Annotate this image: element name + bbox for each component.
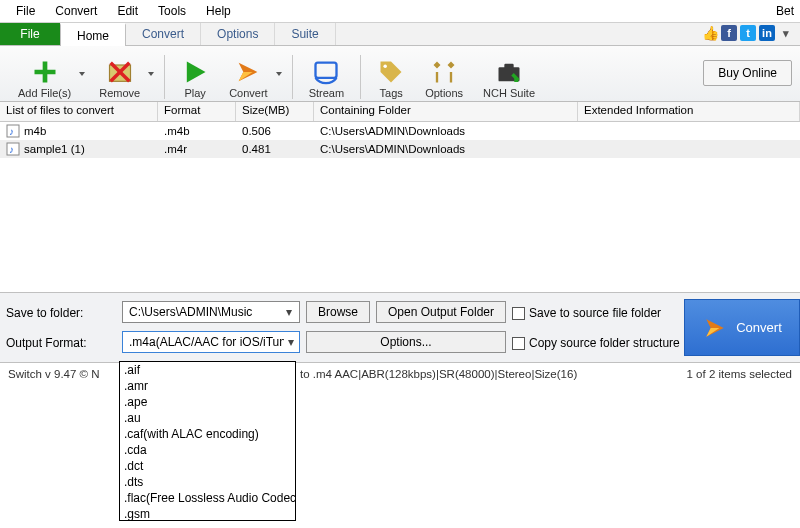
menubar: File Convert Edit Tools Help Bet bbox=[0, 0, 800, 22]
stream-icon bbox=[312, 58, 340, 86]
options-button[interactable]: Options bbox=[415, 58, 473, 99]
tag-icon bbox=[377, 58, 405, 86]
format-option[interactable]: .cda bbox=[120, 442, 295, 458]
format-option[interactable]: .gsm bbox=[120, 506, 295, 521]
remove-icon bbox=[106, 58, 134, 86]
briefcase-icon bbox=[495, 58, 523, 86]
menu-file[interactable]: File bbox=[6, 2, 45, 20]
convert-main-button[interactable]: Convert bbox=[684, 299, 800, 356]
play-button[interactable]: Play bbox=[171, 58, 219, 99]
linkedin-icon[interactable]: in bbox=[759, 25, 775, 41]
tabstrip: File Home Convert Options Suite 👍 f t in… bbox=[0, 22, 800, 46]
menu-tools[interactable]: Tools bbox=[148, 2, 196, 20]
format-option[interactable]: .aif bbox=[120, 362, 295, 378]
format-option[interactable]: .caf(with ALAC encoding) bbox=[120, 426, 295, 442]
output-format-dropdown[interactable]: .aif.amr.ape.au.caf(with ALAC encoding).… bbox=[119, 361, 296, 521]
plus-icon bbox=[31, 58, 59, 86]
status-selection: 1 of 2 items selected bbox=[687, 368, 792, 380]
format-option[interactable]: .ape bbox=[120, 394, 295, 410]
svg-point-4 bbox=[384, 64, 388, 68]
toolbar: Add File(s) Remove Play Convert Stream T… bbox=[0, 46, 800, 102]
save-folder-combo[interactable]: C:\Users\ADMIN\Music▾ bbox=[122, 301, 300, 323]
tab-options[interactable]: Options bbox=[201, 23, 275, 45]
col-name[interactable]: List of files to convert bbox=[0, 102, 158, 121]
tab-convert[interactable]: Convert bbox=[126, 23, 201, 45]
twitter-icon[interactable]: t bbox=[740, 25, 756, 41]
browse-button[interactable]: Browse bbox=[306, 301, 370, 323]
checkbox-icon bbox=[512, 307, 525, 320]
svg-rect-5 bbox=[436, 72, 438, 83]
chevron-down-icon[interactable]: ▾ bbox=[778, 25, 794, 41]
svg-rect-3 bbox=[316, 63, 337, 78]
table-row[interactable]: ♪ m4b .m4b 0.506 C:\Users\ADMIN\Download… bbox=[0, 122, 800, 140]
convert-icon bbox=[702, 315, 728, 341]
nch-suite-button[interactable]: NCH Suite bbox=[473, 58, 545, 99]
format-option[interactable]: .amr bbox=[120, 378, 295, 394]
chevron-down-icon: ▾ bbox=[281, 305, 297, 319]
tab-suite[interactable]: Suite bbox=[275, 23, 335, 45]
chevron-down-icon: ▾ bbox=[284, 335, 297, 349]
add-files-button[interactable]: Add File(s) bbox=[8, 58, 89, 99]
svg-rect-6 bbox=[450, 72, 452, 83]
file-table[interactable]: ♪ m4b .m4b 0.506 C:\Users\ADMIN\Download… bbox=[0, 122, 800, 292]
menu-edit[interactable]: Edit bbox=[107, 2, 148, 20]
stream-button[interactable]: Stream bbox=[299, 58, 354, 99]
bottom-panel: Save to folder: C:\Users\ADMIN\Music▾ Br… bbox=[0, 292, 800, 362]
open-output-folder-button[interactable]: Open Output Folder bbox=[376, 301, 506, 323]
save-to-folder-label: Save to folder: bbox=[6, 301, 116, 325]
menu-convert[interactable]: Convert bbox=[45, 2, 107, 20]
convert-button[interactable]: Convert bbox=[219, 58, 286, 99]
tab-home[interactable]: Home bbox=[60, 23, 126, 46]
output-format-combo[interactable]: .m4a(ALAC/AAC for iOS/iTunes/DSI)▾ bbox=[122, 331, 300, 353]
play-icon bbox=[181, 58, 209, 86]
menu-bet: Bet bbox=[766, 2, 794, 20]
audio-file-icon: ♪ bbox=[6, 124, 20, 138]
format-option[interactable]: .dts bbox=[120, 474, 295, 490]
col-format[interactable]: Format bbox=[158, 102, 236, 121]
file-tab-button[interactable]: File bbox=[0, 23, 60, 45]
format-options-button[interactable]: Options... bbox=[306, 331, 506, 353]
format-option[interactable]: .flac(Free Lossless Audio Codec) bbox=[120, 490, 295, 506]
convert-icon bbox=[234, 58, 262, 86]
social-icons: 👍 f t in ▾ bbox=[702, 25, 794, 41]
options-icon bbox=[430, 58, 458, 86]
remove-button[interactable]: Remove bbox=[89, 58, 158, 99]
col-extended[interactable]: Extended Information bbox=[578, 102, 800, 121]
checkbox-icon bbox=[512, 337, 525, 350]
audio-file-icon: ♪ bbox=[6, 142, 20, 156]
svg-text:♪: ♪ bbox=[9, 144, 14, 155]
status-version: Switch v 9.47 © N bbox=[8, 368, 100, 380]
col-size[interactable]: Size(MB) bbox=[236, 102, 314, 121]
copy-structure-checkbox[interactable]: Copy source folder structure bbox=[512, 331, 682, 355]
format-option[interactable]: .au bbox=[120, 410, 295, 426]
menu-help[interactable]: Help bbox=[196, 2, 241, 20]
col-folder[interactable]: Containing Folder bbox=[314, 102, 578, 121]
svg-rect-8 bbox=[504, 64, 513, 69]
output-format-label: Output Format: bbox=[6, 331, 116, 355]
svg-text:♪: ♪ bbox=[9, 126, 14, 137]
status-format-info: to .m4 AAC|ABR(128kbps)|SR(48000)|Stereo… bbox=[300, 368, 577, 380]
tags-button[interactable]: Tags bbox=[367, 58, 415, 99]
facebook-icon[interactable]: f bbox=[721, 25, 737, 41]
table-header: List of files to convert Format Size(MB)… bbox=[0, 102, 800, 122]
buy-online-button[interactable]: Buy Online bbox=[703, 60, 792, 86]
format-option[interactable]: .dct bbox=[120, 458, 295, 474]
like-icon[interactable]: 👍 bbox=[702, 25, 718, 41]
table-row[interactable]: ♪ sample1 (1) .m4r 0.481 C:\Users\ADMIN\… bbox=[0, 140, 800, 158]
save-to-source-checkbox[interactable]: Save to source file folder bbox=[512, 301, 682, 325]
